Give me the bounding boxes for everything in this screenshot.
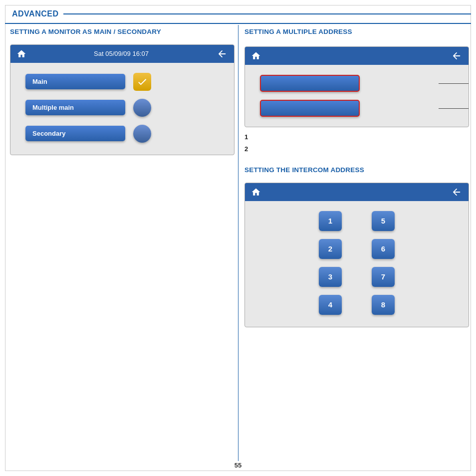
monitor-main-secondary-panel: Sat 05/09/09 16:07 Main Multiple main Se…: [10, 44, 235, 155]
intercom-btn-7[interactable]: 7: [372, 267, 395, 287]
left-column: SETTING A MONITOR AS MAIN / SECONDARY Sa…: [10, 27, 235, 155]
monitor-topbar: Sat 05/09/09 16:07: [10, 45, 234, 63]
multiple-main-row: Multiple main: [25, 99, 219, 117]
section-title-main-secondary: SETTING A MONITOR AS MAIN / SECONDARY: [10, 27, 235, 36]
intercom-btn-8[interactable]: 8: [372, 295, 395, 315]
intercom-btn-6[interactable]: 6: [372, 239, 395, 259]
intercom-btn-5[interactable]: 5: [372, 211, 395, 231]
datetime-display: Sat 05/09/09 16:07: [94, 50, 149, 57]
monitor-body: Main Multiple main Secondary: [10, 63, 234, 155]
right-column: SETTING A MULTIPLE ADDRESS 1 2: [244, 27, 469, 327]
multi-body: 1 2: [245, 65, 469, 127]
page-number: 55: [235, 462, 241, 469]
check-icon: [133, 73, 151, 91]
home-icon-3: [250, 186, 262, 198]
num-col-2: 5678: [372, 211, 395, 315]
multiple-main-button[interactable]: Multiple main: [25, 100, 125, 115]
intercom-btn-3[interactable]: 3: [319, 267, 342, 287]
annotation-line-2: 2: [244, 144, 469, 155]
multi-item-2: 2: [260, 100, 444, 117]
multi-item-1: 1: [260, 75, 444, 92]
main-button[interactable]: Main: [25, 74, 125, 89]
annotation-line-1: 1: [244, 132, 469, 143]
back-icon-2[interactable]: [450, 49, 464, 63]
connector-line-2: [439, 108, 469, 109]
multi-btn-1[interactable]: [260, 75, 360, 92]
home-icon: [15, 48, 27, 60]
num-col-1: 1234: [319, 211, 342, 315]
circle-btn-1[interactable]: [133, 99, 151, 117]
vertical-divider: [238, 25, 238, 461]
page-title: ADVANCED: [5, 9, 58, 18]
multi-topbar: [245, 47, 469, 65]
intercom-panel: 1234 5678: [244, 183, 469, 327]
intercom-body: 1234 5678: [245, 201, 469, 327]
back-icon-3[interactable]: [450, 185, 464, 199]
multi-btn-2[interactable]: [260, 100, 360, 117]
secondary-button[interactable]: Secondary: [25, 126, 125, 141]
back-icon[interactable]: [215, 47, 229, 61]
circle-btn-2[interactable]: [133, 125, 151, 143]
secondary-row: Secondary: [25, 125, 219, 143]
section-title-intercom: SETTING THE INTERCOM ADDRESS: [244, 166, 469, 175]
intercom-btn-2[interactable]: 2: [319, 239, 342, 259]
home-icon-2: [250, 50, 262, 62]
connector-line-1: [439, 83, 469, 84]
header-bar: ADVANCED: [5, 5, 471, 24]
intercom-btn-1[interactable]: 1: [319, 211, 342, 231]
section-title-multiple-address: SETTING A MULTIPLE ADDRESS: [244, 27, 469, 36]
header-line: [63, 13, 471, 14]
multiple-address-panel: 1 2: [244, 46, 469, 127]
multi-annotation: 1 2: [244, 132, 469, 155]
main-row: Main: [25, 73, 219, 91]
intercom-btn-4[interactable]: 4: [319, 295, 342, 315]
intercom-topbar: [245, 183, 469, 201]
